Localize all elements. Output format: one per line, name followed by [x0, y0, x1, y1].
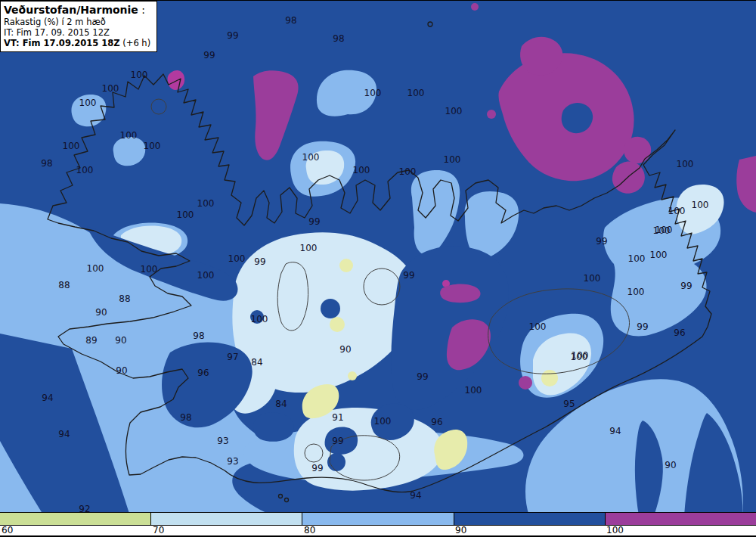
map-value-label: 96 — [197, 368, 209, 378]
map-value-label: 100 — [444, 154, 461, 165]
legend-tick-label: 60 — [2, 525, 13, 535]
map-value-label: 94 — [410, 490, 421, 501]
legend-tick-label: 70 — [153, 525, 164, 535]
map-value-label: 100 — [300, 243, 318, 253]
map-value-label: 98 — [180, 412, 191, 423]
map-value-label: 100 — [197, 198, 215, 209]
map-value-label: 99 — [311, 463, 323, 473]
map-value-label: 100 — [584, 273, 601, 284]
map-value-label: 94 — [58, 429, 70, 439]
map-value-label: 84 — [251, 357, 262, 368]
legend-band-90-100 — [454, 513, 606, 525]
map-value-label: 100 — [120, 130, 138, 141]
map-value-label: 99 — [332, 436, 343, 446]
map-value-label: 100 — [668, 206, 686, 216]
legend-color-bar — [0, 512, 756, 526]
map-value-label: 100 — [87, 263, 104, 274]
map-value-label: 99 — [417, 371, 428, 382]
map-value-label: 100 — [197, 270, 215, 281]
map-value-label: 100 — [364, 88, 382, 98]
map-value-label: 100 — [692, 200, 709, 210]
map-value-label: 100 — [79, 98, 97, 108]
model-title: Veðurstofan/Harmonie : — [4, 4, 150, 17]
weather-map-frame: 9899989899100100100100100100981001001001… — [0, 0, 756, 537]
map-value-label: 91 — [332, 412, 343, 423]
map-value-label: 100 — [572, 350, 589, 361]
map-value-label: 99 — [227, 30, 238, 41]
map-value-label: 97 — [227, 352, 238, 362]
init-time-line: IT: Fim 17. 09. 2015 12Z — [4, 27, 150, 38]
map-value-label: 98 — [333, 33, 344, 44]
map-value-label: 100 — [445, 106, 463, 116]
map-value-label: 99 — [403, 270, 414, 281]
weather-map-svg: 9899989899100100100100100100981001001001… — [0, 1, 756, 516]
map-value-label: 100 — [399, 166, 417, 177]
map-value-label: 99 — [680, 281, 692, 291]
map-value-label: 100 — [628, 253, 646, 264]
map-value-label: 96 — [431, 417, 442, 427]
map-value-label: 100 — [144, 141, 161, 151]
map-value-label: 98 — [41, 158, 52, 169]
map-value-label: 100 — [529, 321, 547, 332]
legend-tick-labels: 60708090100 — [0, 526, 756, 535]
legend-band-60-70 — [0, 513, 151, 525]
map-value-label: 100 — [141, 264, 158, 275]
map-value-label: 100 — [650, 250, 668, 260]
map-value-label: 100 — [374, 416, 392, 427]
map-value-label: 90 — [115, 335, 126, 346]
legend-tick-label: 100 — [606, 525, 624, 535]
legend-band-80-90 — [302, 513, 454, 525]
map-value-label: 90 — [95, 307, 107, 318]
title-box: Veðurstofan/Harmonie : Rakastig (%) í 2 … — [0, 1, 157, 52]
map-value-label: 100 — [302, 152, 320, 163]
parameter-line: Rakastig (%) í 2 m hæð — [4, 17, 150, 27]
map-value-label: 99 — [596, 236, 607, 247]
map-value-label: 100 — [177, 210, 194, 220]
map-value-label: 88 — [58, 280, 70, 290]
map-value-label: 100 — [76, 165, 94, 175]
map-value-label: 100 — [63, 141, 80, 151]
humidity-legend: 60708090100 — [0, 512, 756, 535]
map-value-label: 93 — [217, 436, 228, 446]
legend-tick-label: 90 — [455, 525, 466, 535]
legend-band-100+ — [606, 513, 756, 525]
map-value-label: 100 — [677, 159, 694, 169]
map-value-label: 100 — [251, 314, 268, 324]
map-value-label: 100 — [407, 88, 425, 98]
legend-tick-label: 80 — [304, 525, 315, 535]
map-value-label: 100 — [627, 287, 645, 297]
map-value-label: 99 — [637, 321, 648, 332]
map-value-label: 90 — [339, 344, 351, 355]
map-value-label: 100 — [131, 70, 148, 80]
map-value-label: 94 — [609, 426, 621, 436]
map-value-label: 100 — [353, 165, 370, 175]
valid-time-line: VT: Fim 17.09.2015 18Z (+6 h) — [4, 38, 150, 48]
map-value-label: 100 — [465, 385, 482, 396]
map-value-label: 96 — [674, 327, 685, 338]
map-value-label: 98 — [193, 331, 204, 341]
map-value-label: 100 — [653, 225, 671, 236]
map-value-label: 89 — [85, 335, 97, 346]
map-value-label: 93 — [227, 456, 238, 467]
map-value-label: 99 — [254, 256, 265, 267]
map-value-label: 99 — [203, 50, 215, 61]
map-value-label: 95 — [563, 399, 575, 409]
map-value-label: 94 — [42, 393, 53, 403]
map-value-label: 90 — [116, 365, 127, 376]
map-value-label: 100 — [228, 253, 246, 264]
map-value-label: 100 — [102, 83, 119, 94]
map-value-label: 99 — [308, 216, 320, 227]
legend-band-70-80 — [151, 513, 302, 525]
map-value-label: 84 — [275, 399, 287, 409]
map-value-label: 88 — [119, 293, 130, 304]
map-value-label: 90 — [665, 460, 676, 470]
map-value-label: 98 — [285, 15, 296, 26]
